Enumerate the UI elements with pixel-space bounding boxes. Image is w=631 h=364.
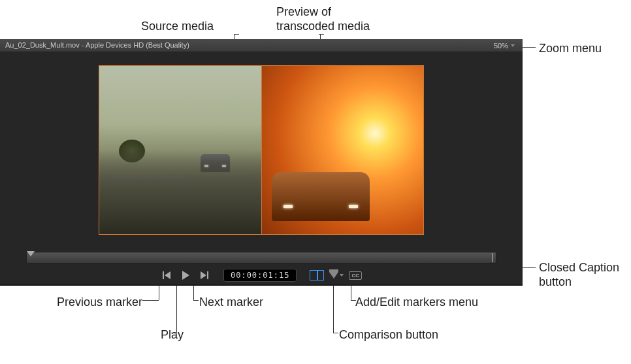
transport-bar: 00:00:01:15 CC xyxy=(0,248,523,284)
marker-icon xyxy=(329,272,338,279)
closed-caption-button[interactable]: CC xyxy=(349,271,362,280)
svg-marker-2 xyxy=(182,271,189,280)
callout-next-marker: Next marker xyxy=(199,296,263,309)
preview-viewer-window: Au_02_Dusk_Mult.mov - Apple Devices HD (… xyxy=(0,39,523,286)
callout-preview-transcoded: Preview of transcoded media xyxy=(276,5,370,33)
callout-zoom-menu: Zoom menu xyxy=(539,42,602,55)
timeline-end-icon xyxy=(492,253,494,262)
skip-back-icon xyxy=(163,271,172,279)
callout-add-edit-markers: Add/Edit markers menu xyxy=(355,296,478,309)
previous-marker-button[interactable] xyxy=(161,269,174,281)
playback-controls: 00:00:01:15 CC xyxy=(26,267,496,283)
callout-play: Play xyxy=(161,328,184,342)
svg-marker-1 xyxy=(165,271,170,279)
comparison-button[interactable] xyxy=(310,270,324,281)
play-button[interactable] xyxy=(179,269,192,281)
viewer-title: Au_02_Dusk_Mult.mov - Apple Devices HD (… xyxy=(5,41,189,50)
next-marker-button[interactable] xyxy=(197,269,210,281)
callout-comparison-button: Comparison button xyxy=(339,328,438,342)
svg-rect-4 xyxy=(207,271,208,279)
svg-marker-3 xyxy=(201,271,206,279)
add-edit-markers-menu[interactable] xyxy=(329,272,344,279)
transcoded-media-preview xyxy=(261,66,423,234)
play-icon xyxy=(181,271,190,280)
callout-closed-caption: Closed Caption button xyxy=(539,261,619,289)
svg-rect-0 xyxy=(163,271,164,279)
zoom-menu[interactable]: 50% xyxy=(491,41,517,50)
callout-source-media: Source media xyxy=(141,20,214,33)
callout-previous-marker: Previous marker xyxy=(57,296,142,309)
timecode-display[interactable]: 00:00:01:15 xyxy=(223,269,297,282)
preview-area xyxy=(0,52,523,248)
source-media-preview xyxy=(99,66,261,234)
playhead-icon[interactable] xyxy=(27,251,35,256)
viewer-titlebar: Au_02_Dusk_Mult.mov - Apple Devices HD (… xyxy=(0,39,523,52)
zoom-value: 50% xyxy=(494,42,508,50)
timeline-scrubber[interactable] xyxy=(26,252,496,264)
chevron-down-icon xyxy=(340,274,344,277)
preview-frame[interactable] xyxy=(99,65,424,235)
skip-forward-icon xyxy=(199,271,208,279)
chevron-down-icon xyxy=(511,44,515,47)
